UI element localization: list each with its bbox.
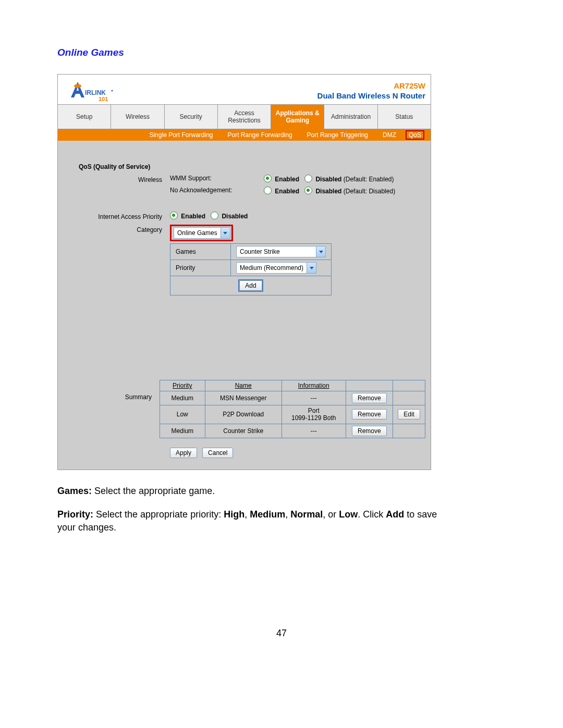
cell-name: Counter Strike — [205, 424, 282, 438]
noack-enabled-radio[interactable] — [264, 187, 272, 194]
games-desc-text: Select the appropriate game. — [92, 486, 215, 496]
subnav-single-port[interactable]: Single Port Forwarding — [149, 131, 213, 139]
edit-button[interactable]: Edit — [398, 409, 420, 419]
cell-info: --- — [282, 424, 346, 438]
cell-info: --- — [282, 391, 346, 405]
main-tabs: Setup Wireless Security Access Restricti… — [58, 104, 431, 129]
priority-value: Medium (Recommend) — [237, 264, 307, 272]
summary-table: Priority Name Information Medium MSN Mes… — [160, 380, 425, 438]
col-information: Information — [282, 380, 346, 391]
tab-wireless[interactable]: Wireless — [111, 105, 164, 129]
noack-disabled-radio[interactable] — [304, 187, 312, 194]
svg-point-2 — [112, 90, 113, 92]
category-value: Online Games — [174, 229, 221, 237]
priority-high: High — [224, 509, 244, 520]
tab-setup[interactable]: Setup — [58, 105, 111, 129]
table-row: Low P2P Download Port 1099-1129 Both Rem… — [160, 405, 425, 424]
tab-status[interactable]: Status — [378, 105, 431, 129]
noack-disabled-text: Disabled — [315, 188, 341, 195]
tab-administration[interactable]: Administration — [324, 105, 377, 129]
svg-text:IRLINK: IRLINK — [85, 89, 106, 96]
model-number: AR725W — [317, 81, 425, 91]
airlink-logo: IRLINK 101 — [63, 79, 120, 102]
iap-disabled-radio[interactable] — [211, 212, 218, 219]
sep: , — [244, 509, 250, 520]
wmm-support-label: WMM Support: — [170, 175, 264, 183]
add-word: Add — [386, 509, 404, 520]
period: . Click — [358, 509, 386, 520]
games-desc-label: Games: — [57, 486, 92, 496]
table-row: Medium Counter Strike --- Remove — [160, 424, 425, 438]
section-title: QoS (Quality of Service) — [79, 163, 150, 170]
noack-default-text: (Default: Disabled) — [344, 188, 395, 195]
sub-nav: Single Port Forwarding Port Range Forwar… — [58, 129, 431, 141]
games-label: Games — [170, 244, 231, 260]
priority-low: Low — [339, 509, 358, 520]
apply-button[interactable]: Apply — [170, 448, 197, 458]
priority-dropdown[interactable]: Medium (Recommend) — [236, 262, 316, 274]
cell-priority: Medium — [160, 391, 205, 405]
wmm-disabled-radio[interactable] — [304, 175, 312, 182]
remove-button[interactable]: Remove — [352, 409, 387, 419]
remove-button[interactable]: Remove — [352, 426, 387, 436]
wmm-enabled-text: Enabled — [275, 176, 299, 183]
svg-text:101: 101 — [99, 96, 108, 102]
chevron-down-icon — [307, 263, 316, 273]
wmm-disabled-text: Disabled — [315, 176, 341, 183]
priority-medium: Medium — [250, 509, 285, 520]
svg-point-0 — [74, 84, 81, 88]
subnav-dmz[interactable]: DMZ — [383, 131, 396, 139]
cell-name: P2P Download — [205, 405, 282, 424]
iap-enabled-radio[interactable] — [170, 212, 178, 219]
summary-label: Summary — [63, 380, 160, 401]
tab-applications-gaming[interactable]: Applications & Gaming — [271, 105, 324, 129]
subnav-port-range-trig[interactable]: Port Range Triggering — [307, 131, 368, 139]
category-label: Category — [63, 225, 170, 233]
cell-name: MSN Messenger — [205, 391, 282, 405]
games-dropdown[interactable]: Counter Strike — [236, 246, 326, 257]
table-row: Medium MSN Messenger --- Remove — [160, 391, 425, 405]
cell-info: Port 1099-1129 Both — [282, 405, 346, 424]
router-admin-panel: IRLINK 101 AR725W Dual Band Wireless N R… — [57, 74, 431, 470]
cancel-button[interactable]: Cancel — [202, 448, 233, 458]
chevron-down-icon — [316, 246, 325, 257]
tab-access-restrictions[interactable]: Access Restrictions — [218, 105, 271, 129]
col-name: Name — [205, 380, 282, 391]
iap-label: Internet Access Priority — [63, 212, 170, 220]
sep: , — [285, 509, 290, 520]
wmm-enabled-radio[interactable] — [264, 175, 272, 182]
product-tagline: Dual Band Wireless N Router — [317, 91, 425, 101]
add-button[interactable]: Add — [239, 280, 262, 291]
iap-enabled-text: Enabled — [181, 213, 205, 220]
subnav-qos[interactable]: QoS — [406, 130, 424, 140]
priority-label: Priority — [170, 260, 231, 276]
iap-disabled-text: Disabled — [222, 213, 248, 220]
games-value: Counter Strike — [237, 248, 283, 255]
cell-priority: Medium — [160, 424, 205, 438]
tab-security[interactable]: Security — [165, 105, 218, 129]
subnav-port-range-fwd[interactable]: Port Range Forwarding — [228, 131, 292, 139]
chevron-down-icon — [221, 228, 230, 238]
cell-priority: Low — [160, 405, 205, 424]
noack-label: No Acknowledgement: — [170, 187, 264, 195]
remove-button[interactable]: Remove — [352, 393, 387, 403]
wireless-label: Wireless — [63, 175, 170, 183]
priority-normal: Normal — [290, 509, 323, 520]
category-dropdown[interactable]: Online Games — [174, 227, 230, 239]
page-heading: Online Games — [57, 47, 506, 58]
doc-description: Games: Select the appropriate game. Prio… — [57, 485, 443, 535]
or: , or — [323, 509, 339, 520]
priority-desc-label: Priority: — [57, 509, 93, 520]
noack-enabled-text: Enabled — [275, 188, 299, 195]
col-priority: Priority — [160, 380, 205, 391]
priority-desc-text: Select the appropriate priority: — [93, 509, 224, 520]
wmm-default-text: (Default: Enabled) — [344, 176, 394, 183]
page-number: 47 — [57, 628, 506, 639]
